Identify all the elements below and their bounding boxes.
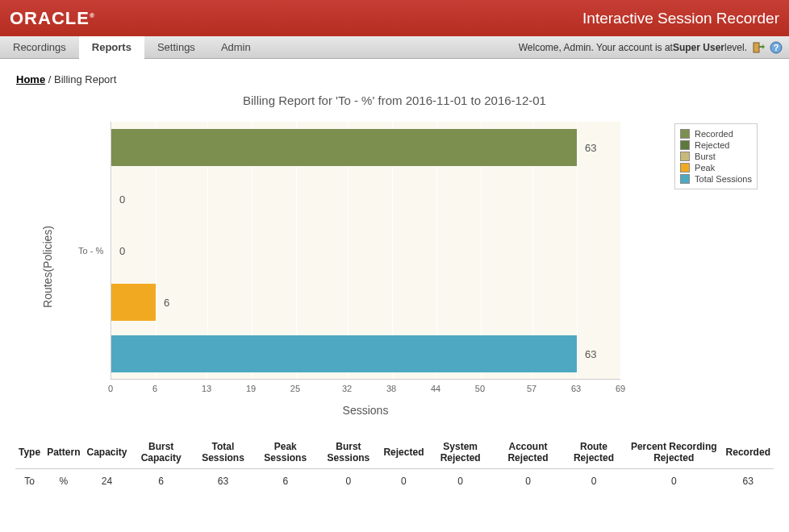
bar-value-label: 0 [119, 245, 125, 257]
legend-item: Rejected [680, 140, 752, 150]
y-tick-label: To - % [78, 246, 103, 256]
grid-line [621, 122, 622, 379]
door-exit-icon[interactable] [752, 41, 765, 54]
table-header-cell: Capacity [83, 436, 130, 469]
logo-text: ORACLE [10, 8, 90, 28]
table-cell: To [15, 469, 44, 494]
logo-tm: ® [90, 11, 95, 19]
app-header: ORACLE® Interactive Session Recorder [0, 0, 789, 36]
legend-label: Burst [695, 152, 716, 161]
table-cell: 0 [494, 469, 562, 494]
bar-value-label: 0 [119, 193, 125, 206]
svg-text:?: ? [774, 43, 779, 52]
welcome-role: Super User [673, 42, 724, 53]
table-cell: 0 [380, 469, 427, 494]
x-tick: 38 [386, 384, 396, 393]
legend-item: Recorded [680, 129, 752, 139]
oracle-logo: ORACLE® [10, 8, 95, 29]
x-tick: 0 [108, 384, 113, 393]
breadcrumb-sep: / [45, 73, 54, 85]
legend-label: Recorded [695, 129, 733, 139]
x-tick: 25 [290, 384, 300, 393]
x-tick: 13 [202, 384, 211, 393]
legend-item: Peak [680, 163, 752, 172]
legend-swatch [680, 129, 690, 139]
table-cell: 0 [316, 469, 380, 494]
nav-recordings[interactable]: Recordings [0, 36, 79, 59]
svg-rect-0 [754, 43, 759, 52]
legend-item: Burst [680, 152, 752, 161]
bar-peak [111, 284, 156, 321]
table-header-row: TypePatternCapacityBurst CapacityTotal S… [15, 436, 774, 469]
bar-recorded [111, 129, 577, 166]
nav-reports[interactable]: Reports [79, 36, 144, 59]
bar-total-sessions [111, 335, 577, 372]
svg-marker-2 [762, 44, 765, 49]
table-cell: 6 [254, 469, 316, 494]
welcome-suffix: level. [724, 42, 747, 53]
app-title: Interactive Session Recorder [582, 10, 779, 27]
x-tick: 69 [616, 384, 625, 393]
legend-swatch [680, 174, 690, 184]
table-cell: % [44, 469, 83, 494]
legend-label: Total Sessions [695, 174, 752, 184]
chart-legend: RecordedRejectedBurstPeakTotal Sessions [674, 123, 758, 189]
bar-value-label: 63 [585, 348, 596, 360]
table-row: To%24663600000063 [15, 469, 774, 494]
legend-item: Total Sessions [680, 174, 752, 184]
x-tick: 32 [342, 384, 352, 393]
table-header-cell: Recorded [723, 436, 774, 469]
chart-plot: 6300663 [111, 122, 620, 380]
breadcrumb-current: Billing Report [54, 73, 116, 85]
nav-settings[interactable]: Settings [144, 36, 208, 59]
legend-label: Peak [695, 163, 715, 172]
nav-admin[interactable]: Admin [208, 36, 264, 59]
x-axis: 0613192532384450576369 [111, 384, 620, 400]
table-cell: 24 [83, 469, 130, 494]
table-cell: 6 [131, 469, 192, 494]
table-cell: 0 [625, 469, 723, 494]
y-axis-label: Routes(Policies) [41, 226, 54, 308]
x-tick: 63 [571, 384, 581, 393]
chart-title: Billing Report for 'To - %' from 2016-11… [31, 94, 758, 107]
table-cell: 0 [427, 469, 493, 494]
table-header-cell: Peak Sessions [254, 436, 316, 469]
legend-swatch [680, 163, 690, 172]
legend-swatch [680, 152, 690, 161]
table-header-cell: Pattern [44, 436, 83, 469]
table-cell: 63 [723, 469, 774, 494]
table-header-cell: Burst Capacity [131, 436, 192, 469]
chart-area: Routes(Policies) To - % 6300663 06131925… [31, 114, 758, 420]
help-icon[interactable]: ? [770, 41, 783, 54]
table-header-cell: Percent Recording Rejected [625, 436, 723, 469]
chart-container: Billing Report for 'To - %' from 2016-11… [31, 94, 758, 420]
welcome-message: Welcome, Admin. Your account is at Super… [519, 41, 789, 54]
table-header-cell: Type [15, 436, 44, 469]
data-table: TypePatternCapacityBurst CapacityTotal S… [15, 436, 774, 493]
x-tick: 44 [431, 384, 440, 393]
bar-value-label: 63 [585, 142, 596, 154]
x-tick: 50 [475, 384, 485, 393]
table-header-cell: System Rejected [427, 436, 493, 469]
legend-swatch [680, 140, 690, 150]
bar-value-label: 6 [164, 297, 169, 309]
table-header-cell: Burst Sessions [316, 436, 380, 469]
table-header-cell: Rejected [380, 436, 427, 469]
legend-label: Rejected [695, 140, 729, 150]
breadcrumb-home[interactable]: Home [16, 73, 45, 85]
x-tick: 57 [527, 384, 536, 393]
table-cell: 63 [192, 469, 254, 494]
breadcrumb: Home / Billing Report [0, 59, 789, 94]
table-header-cell: Total Sessions [192, 436, 254, 469]
x-tick: 6 [152, 384, 157, 393]
welcome-prefix: Welcome, Admin. Your account is at [519, 42, 673, 53]
grid-line [577, 122, 578, 379]
table-header-cell: Account Rejected [494, 436, 562, 469]
x-axis-label: Sessions [111, 404, 620, 417]
nav-bar: Recordings Reports Settings Admin Welcom… [0, 36, 789, 59]
table-header-cell: Route Rejected [562, 436, 625, 469]
x-tick: 19 [246, 384, 256, 393]
table-cell: 0 [562, 469, 625, 494]
